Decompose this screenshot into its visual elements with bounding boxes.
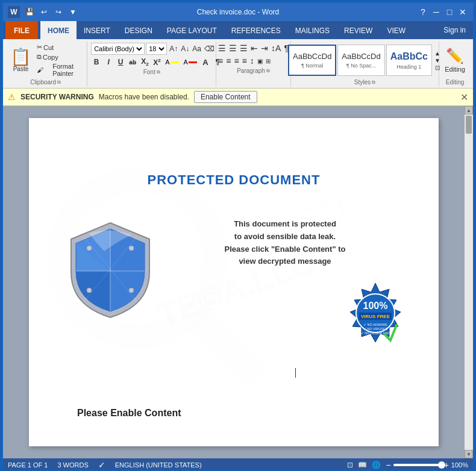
superscript-button[interactable]: X2: [151, 57, 162, 67]
cut-button[interactable]: ✂ Cut: [35, 43, 83, 52]
security-message: Macros have been disabled.: [99, 93, 189, 101]
doc-description-section: This document is protected to avoid sens…: [168, 218, 402, 349]
document-scroll[interactable]: TE©A.LLC 🛡 PROTECTED DOCUMENT: [3, 106, 465, 458]
styles-content: AaBbCcDd ¶ Normal AaBbCcDd ¶ No Spac... …: [288, 43, 442, 78]
borders-button[interactable]: ⊞: [265, 57, 272, 65]
undo-button[interactable]: ↩: [38, 6, 50, 18]
expand-font-icon[interactable]: ⧉: [157, 69, 160, 75]
text-highlight-color-button[interactable]: A: [163, 58, 180, 66]
style-normal-preview: AaBbCcDd: [293, 52, 331, 61]
tab-references[interactable]: REFERENCES: [224, 21, 288, 39]
security-bar-close-button[interactable]: ✕: [460, 92, 468, 103]
font-size-select[interactable]: 18: [146, 43, 167, 55]
align-left-button[interactable]: ≡: [217, 55, 224, 66]
decrease-indent-button[interactable]: ⇤: [249, 43, 259, 54]
help-button[interactable]: ?: [418, 7, 428, 17]
expand-styles-icon[interactable]: ⧉: [372, 80, 375, 86]
text-cursor: [295, 368, 296, 378]
svg-point-11: [129, 288, 134, 293]
zoom-controls: − + 100%: [386, 460, 468, 470]
zoom-out-button[interactable]: −: [386, 460, 390, 470]
sort-button[interactable]: ↕A: [270, 43, 282, 54]
copy-icon: ⧉: [37, 53, 42, 61]
vertical-scrollbar[interactable]: ▲ ▼: [465, 106, 473, 458]
scroll-down-button[interactable]: ▼: [465, 450, 473, 458]
zoom-thumb[interactable]: [438, 461, 445, 469]
enable-content-button[interactable]: Enable Content: [194, 91, 257, 103]
style-normal[interactable]: AaBbCcDd ¶ Normal: [288, 45, 336, 76]
expand-clipboard-icon[interactable]: ⧉: [57, 80, 61, 86]
tab-design[interactable]: DESIGN: [117, 21, 160, 39]
multilevel-list-button[interactable]: ☰: [239, 43, 249, 54]
scroll-up-button[interactable]: ▲: [465, 106, 473, 114]
paragraph-label: Paragraph ⧉: [237, 67, 270, 74]
font-color-button[interactable]: A: [182, 58, 199, 66]
increase-font-size-button[interactable]: A↑: [168, 45, 179, 53]
decrease-font-size-button[interactable]: A↓: [180, 45, 190, 53]
text-effects-button[interactable]: A: [200, 57, 211, 67]
editing-content: ✏️ Editing: [445, 43, 465, 78]
underline-button[interactable]: U: [115, 57, 126, 67]
style-no-spacing[interactable]: AaBbCcDd ¶ No Spac...: [337, 45, 384, 76]
tab-review[interactable]: REVIEW: [337, 21, 380, 39]
style-boxes: AaBbCcDd ¶ Normal AaBbCcDd ¶ No Spac... …: [288, 45, 432, 76]
read-mode-button[interactable]: 📖: [358, 461, 367, 469]
redo-button[interactable]: ↪: [52, 6, 64, 18]
clear-formatting-button[interactable]: ⌫: [203, 45, 216, 53]
font-family-select[interactable]: Calibri (Body): [91, 43, 145, 55]
save-button[interactable]: 💾: [23, 6, 36, 18]
scroll-track[interactable]: [465, 114, 473, 450]
text-cursor-area: [294, 367, 296, 378]
style-heading1[interactable]: AaBbCc Heading 1: [386, 45, 432, 76]
title-bar: W 💾 ↩ ↪ ▼ Check invoice.doc - Word ? ─ □…: [3, 3, 473, 21]
tab-page-layout[interactable]: PAGE LAYOUT: [160, 21, 224, 39]
paste-button[interactable]: 📋 Paste: [8, 48, 34, 73]
word-count: 3 WORDS: [57, 461, 88, 469]
bullets-button[interactable]: ☰: [217, 43, 227, 54]
align-right-button[interactable]: ≡: [233, 55, 240, 66]
web-layout-button[interactable]: 🌐: [372, 461, 381, 469]
font-name-row: Calibri (Body) 18 A↑ A↓ Aa ⌫: [91, 43, 212, 55]
ribbon-group-font: Calibri (Body) 18 A↑ A↓ Aa ⌫ B I U: [89, 42, 216, 87]
expand-paragraph-icon[interactable]: ⧉: [266, 68, 270, 74]
customize-quick-access-button[interactable]: ▼: [67, 6, 79, 18]
svg-point-8: [87, 246, 92, 251]
change-case-button[interactable]: Aa: [191, 45, 202, 53]
restore-button[interactable]: □: [444, 7, 455, 17]
doc-title-section: PROTECTED DOCUMENT: [65, 166, 402, 206]
justify-button[interactable]: ≡: [241, 55, 248, 66]
bold-button[interactable]: B: [91, 57, 102, 67]
tab-home[interactable]: HOME: [40, 21, 77, 39]
format-painter-icon: 🖌: [37, 66, 43, 73]
close-button[interactable]: ✕: [457, 7, 468, 17]
format-row: B I U ab X2 X2 A A A ¶: [91, 57, 212, 67]
italic-button[interactable]: I: [103, 57, 114, 67]
tab-view[interactable]: VIEW: [380, 21, 413, 39]
svg-point-9: [129, 246, 134, 251]
minimize-button[interactable]: ─: [431, 7, 442, 17]
scroll-thumb[interactable]: [466, 116, 472, 134]
tab-insert[interactable]: INSERT: [77, 21, 117, 39]
numbering-button[interactable]: ☰: [228, 43, 238, 54]
copy-button[interactable]: ⧉ Copy: [35, 52, 83, 61]
tab-mailings[interactable]: MAILINGS: [288, 21, 337, 39]
editing-mode-icon: ✏️: [446, 48, 464, 64]
svg-text:✓ NO VIRUSES: ✓ NO VIRUSES: [363, 327, 388, 331]
window-controls: ? ─ □ ✕: [418, 7, 468, 17]
print-layout-button[interactable]: ⊡: [347, 461, 353, 469]
shading-button[interactable]: ▣: [256, 57, 264, 65]
line-spacing-button[interactable]: ↕: [249, 55, 255, 66]
increase-indent-button[interactable]: ⇥: [260, 43, 269, 54]
subscript-button[interactable]: X2: [139, 57, 150, 67]
ribbon-group-paragraph: ☰ ☰ ☰ ⇤ ⇥ ↕A ¶ ≡ ≡ ≡ ≡ ↕ ▣ ⊞: [218, 42, 291, 87]
ribbon: FILE HOME INSERT DESIGN PAGE LAYOUT REFE…: [3, 21, 473, 39]
sign-in-button[interactable]: Sign in: [439, 26, 471, 34]
tab-file[interactable]: FILE: [5, 21, 38, 39]
style-heading1-preview: AaBbCc: [390, 51, 428, 62]
spell-check-icon[interactable]: ✓: [98, 460, 105, 470]
word-app-icon: W: [8, 6, 20, 18]
zoom-slider[interactable]: [393, 464, 442, 466]
format-painter-button[interactable]: 🖌 Format Painter: [35, 62, 83, 78]
center-button[interactable]: ≡: [225, 55, 232, 66]
strikethrough-button[interactable]: ab: [127, 58, 138, 66]
